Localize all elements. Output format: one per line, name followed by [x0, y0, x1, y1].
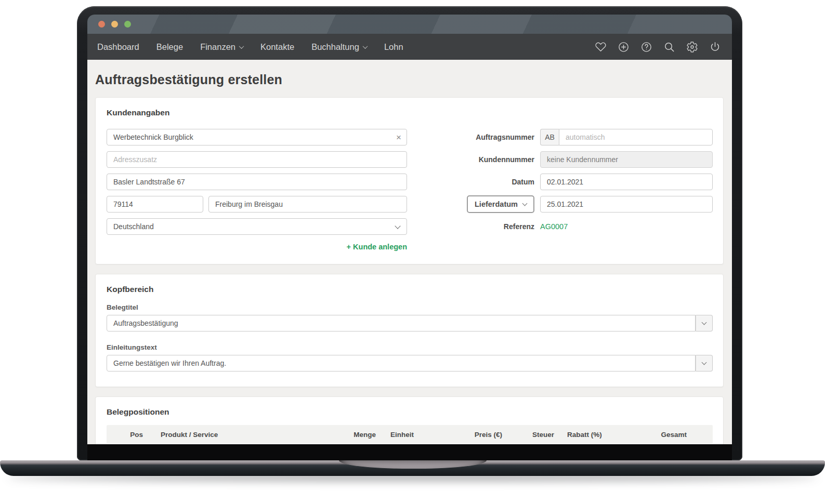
- delivery-date-input[interactable]: [540, 196, 713, 213]
- column-header-price: Preis (€): [453, 431, 515, 439]
- chevron-down-icon: [239, 44, 244, 49]
- delivery-date-type-label: Lieferdatum: [475, 200, 518, 208]
- date-wrap: [540, 174, 713, 190]
- nav-label: Belege: [156, 42, 183, 52]
- customer-section-title: Kundenangaben: [107, 108, 713, 117]
- order-number-group: AB: [540, 129, 713, 145]
- window-minimize-dot[interactable]: [111, 21, 118, 28]
- page-content: Auftragsbestätigung erstellen Kundenanga…: [87, 60, 732, 444]
- nav-label: Lohn: [384, 42, 403, 52]
- intro-text-dropdown-button[interactable]: [696, 355, 713, 372]
- column-header-tax: Steuer: [515, 431, 567, 439]
- chevron-down-icon: [702, 360, 707, 365]
- add-customer-link[interactable]: + Kunde anlegen: [347, 243, 407, 251]
- chevron-down-icon: [702, 320, 707, 325]
- doc-title-label: Belegtitel: [107, 303, 713, 311]
- add-customer-row: + Kunde anlegen: [107, 242, 407, 251]
- customer-name-input[interactable]: [107, 129, 407, 145]
- reference-row: Referenz AG0007: [413, 218, 713, 235]
- column-header-pos: Pos: [107, 431, 143, 439]
- power-icon[interactable]: [709, 41, 721, 53]
- window-close-dot[interactable]: [98, 21, 105, 28]
- date-input[interactable]: [540, 174, 713, 190]
- delivery-date-label-cell: Lieferdatum: [413, 195, 534, 213]
- nav-icon-group: [595, 41, 721, 53]
- customer-address-column: ×: [107, 129, 407, 251]
- laptop-mockup: Dashboard Belege Finanzen Kontakte Buchh…: [0, 0, 825, 504]
- doc-title-input[interactable]: [107, 315, 696, 331]
- positions-section-title: Belegpositionen: [107, 407, 713, 417]
- customer-number-row: Kundennummer: [413, 151, 713, 168]
- zip-city-row: [107, 196, 407, 213]
- customer-number-input: [540, 151, 713, 168]
- nav-item-kontakte[interactable]: Kontakte: [260, 42, 294, 52]
- order-number-input[interactable]: [559, 129, 713, 145]
- positions-table-header: Pos Produkt / Service Menge Einheit Prei…: [107, 425, 713, 444]
- doc-title-group: [107, 315, 713, 331]
- page-title: Auftragsbestätigung erstellen: [95, 72, 724, 87]
- country-select[interactable]: [107, 218, 407, 235]
- reference-value-link[interactable]: AG0007: [540, 218, 713, 235]
- street-input[interactable]: [107, 174, 407, 190]
- customer-form: ×: [107, 129, 713, 251]
- heart-icon[interactable]: [595, 41, 607, 53]
- column-header-qty: Menge: [329, 431, 376, 439]
- order-number-row: Auftragsnummer AB: [413, 129, 713, 145]
- nav-item-dashboard[interactable]: Dashboard: [97, 42, 139, 52]
- customer-number-label: Kundennummer: [413, 155, 534, 164]
- delivery-date-type-button[interactable]: Lieferdatum: [467, 195, 534, 213]
- column-header-discount: Rabatt (%): [567, 431, 635, 439]
- laptop-shadow: [7, 474, 818, 480]
- window-maximize-dot[interactable]: [124, 21, 131, 28]
- order-number-label: Auftragsnummer: [413, 133, 534, 141]
- screen: Dashboard Belege Finanzen Kontakte Buchh…: [87, 15, 732, 460]
- main-navbar: Dashboard Belege Finanzen Kontakte Buchh…: [87, 34, 732, 60]
- gear-icon[interactable]: [686, 41, 698, 53]
- delivery-date-row: Lieferdatum: [413, 196, 713, 213]
- country-input[interactable]: [107, 218, 407, 235]
- search-icon[interactable]: [663, 41, 675, 53]
- clear-customer-icon[interactable]: ×: [396, 133, 401, 142]
- column-header-total: Gesamt: [635, 431, 713, 439]
- header-section: Kopfbereich Belegtitel Einleitungstext: [95, 274, 724, 387]
- doc-title-dropdown-button[interactable]: [696, 315, 713, 331]
- city-input[interactable]: [208, 196, 407, 213]
- intro-text-input[interactable]: [107, 355, 696, 372]
- nav-item-lohn[interactable]: Lohn: [384, 42, 403, 52]
- positions-section: Belegpositionen Pos Produkt / Service Me…: [95, 396, 724, 444]
- chevron-down-icon: [362, 44, 368, 49]
- intro-text-label: Einleitungstext: [107, 343, 713, 351]
- nav-item-finanzen[interactable]: Finanzen: [200, 42, 243, 52]
- nav-label: Dashboard: [97, 42, 139, 52]
- date-row: Datum: [413, 174, 713, 190]
- nav-label: Finanzen: [200, 42, 235, 52]
- date-label: Datum: [413, 178, 534, 186]
- delivery-date-wrap: [540, 196, 713, 213]
- nav-label: Kontakte: [260, 42, 294, 52]
- laptop-base-notch: [339, 460, 487, 469]
- customer-section: Kundenangaben ×: [95, 97, 724, 264]
- customer-meta-column: Auftragsnummer AB Kundennummer: [413, 129, 713, 251]
- zip-input[interactable]: [107, 196, 203, 213]
- nav-item-buchhaltung[interactable]: Buchhaltung: [311, 42, 367, 52]
- reference-label: Referenz: [413, 222, 534, 231]
- reference-wrap: AG0007: [540, 218, 713, 235]
- laptop-frame: Dashboard Belege Finanzen Kontakte Buchh…: [77, 6, 742, 460]
- address-suffix-input[interactable]: [107, 151, 407, 168]
- column-header-unit: Einheit: [390, 431, 453, 439]
- screen-bottom-bezel: [87, 444, 732, 460]
- plus-circle-icon[interactable]: [618, 41, 630, 53]
- customer-number-wrap: [540, 151, 713, 168]
- help-icon[interactable]: [640, 41, 652, 53]
- nav-item-belege[interactable]: Belege: [156, 42, 183, 52]
- intro-text-group: [107, 355, 713, 372]
- chevron-down-icon: [522, 201, 528, 206]
- column-header-product: Produkt / Service: [161, 431, 329, 439]
- window-titlebar: [87, 15, 732, 34]
- order-number-prefix: AB: [540, 129, 559, 145]
- nav-label: Buchhaltung: [311, 42, 359, 52]
- customer-name-wrap: ×: [107, 129, 407, 145]
- header-section-title: Kopfbereich: [107, 285, 713, 294]
